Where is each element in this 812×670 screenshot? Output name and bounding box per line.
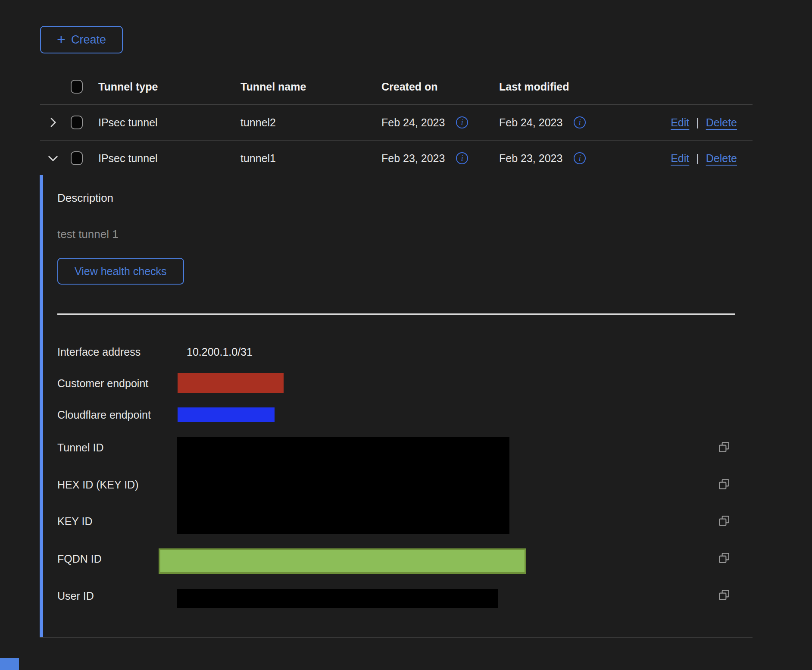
table-row-tunnel1: IPsec tunnel tunnel1 Feb 23, 2023 i Feb … [40,141,753,176]
cloudflare-endpoint-redacted-value [178,407,275,422]
user-id-redacted-value [177,589,498,608]
action-separator: | [696,152,699,165]
user-id-label: User ID [57,589,94,602]
tunnel-name-value: tunnel2 [240,116,381,129]
copy-tunnel-id-button[interactable] [717,441,731,454]
delete-link[interactable]: Delete [706,116,737,129]
copy-fqdn-id-button[interactable] [717,551,731,565]
copy-hex-id-button[interactable] [717,478,731,492]
info-icon[interactable]: i [456,116,468,128]
table-bottom-divider [40,637,753,638]
copy-icon [718,441,731,454]
description-value: test tunnel 1 [57,227,119,241]
created-on-value: Feb 24, 2023 [381,116,445,129]
table-row-tunnel2: IPsec tunnel tunnel2 Feb 24, 2023 i Feb … [40,105,753,141]
create-button[interactable]: + Create [40,26,123,53]
chevron-right-icon [46,116,60,129]
tunnel-id-label: Tunnel ID [57,441,103,454]
tunnel-type-value: IPsec tunnel [98,116,240,129]
expand-row-button[interactable] [46,116,60,129]
row-checkbox[interactable] [71,116,83,129]
info-icon[interactable]: i [574,152,586,164]
customer-endpoint-redacted-value [178,373,284,393]
fqdn-id-redacted-value [159,548,526,574]
copy-icon [718,551,731,564]
collapse-row-button[interactable] [46,151,60,165]
copy-icon [718,589,731,601]
header-tunnel-type: Tunnel type [98,81,240,93]
tunnels-table: Tunnel type Tunnel name Created on Last … [40,69,753,176]
delete-link[interactable]: Delete [706,152,737,165]
interface-address-value: 10.200.1.0/31 [187,345,253,358]
edit-link[interactable]: Edit [671,152,689,165]
select-all-checkbox[interactable] [71,80,83,94]
created-on-value: Feb 23, 2023 [381,152,445,165]
copy-icon [718,514,731,527]
row-checkbox[interactable] [71,151,83,165]
fqdn-id-label: FQDN ID [57,552,102,565]
info-icon[interactable]: i [456,152,468,164]
table-header-row: Tunnel type Tunnel name Created on Last … [40,69,753,105]
ids-redacted-values [177,437,509,534]
copy-user-id-button[interactable] [717,589,731,602]
key-id-label: KEY ID [57,515,93,528]
interface-address-label: Interface address [57,345,141,358]
action-separator: | [696,116,699,129]
last-modified-value: Feb 24, 2023 [499,116,562,129]
copy-key-id-button[interactable] [717,514,731,528]
customer-endpoint-label: Customer endpoint [57,377,148,390]
chevron-down-icon [46,151,60,165]
header-checkbox-cell [71,80,98,94]
plus-icon: + [57,32,66,47]
last-modified-value: Feb 23, 2023 [499,152,562,165]
description-label: Description [57,191,113,205]
tunnel-name-value: tunnel1 [240,152,381,165]
header-last-modified: Last modified [499,81,664,93]
header-tunnel-name: Tunnel name [240,81,381,93]
hex-id-label: HEX ID (KEY ID) [57,478,138,491]
cloudflare-endpoint-label: Cloudflare endpoint [57,408,151,421]
view-health-checks-button[interactable]: View health checks [57,258,184,285]
bottom-left-accent-bar [0,658,19,670]
detail-divider [57,313,735,315]
create-button-label: Create [71,33,106,47]
tunnels-page: + Create Tunnel type Tunnel name Created… [0,0,812,670]
copy-icon [718,478,731,491]
expanded-row-indicator-bar [40,175,43,637]
header-created-on: Created on [381,81,499,93]
tunnel-type-value: IPsec tunnel [98,152,240,165]
edit-link[interactable]: Edit [671,116,689,129]
info-icon[interactable]: i [574,116,586,128]
